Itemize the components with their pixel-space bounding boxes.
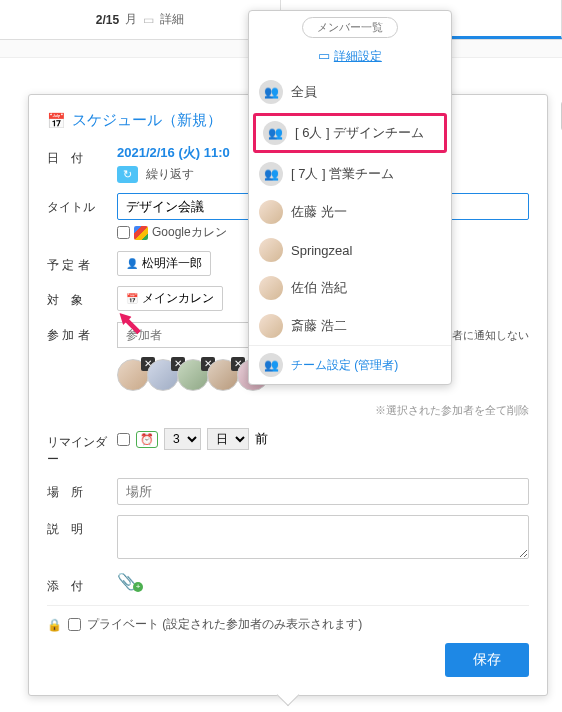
avatar-icon [259, 200, 283, 224]
refresh-icon: ↻ [123, 168, 132, 181]
window-icon: ▭ [318, 48, 330, 63]
reminder-number-select[interactable]: 3 [164, 428, 201, 450]
dropdown-header: メンバー一覧 [249, 11, 451, 44]
dropdown-item-label: 斎藤 浩二 [291, 317, 347, 335]
save-button[interactable]: 保存 [445, 643, 529, 677]
gcal-label: Googleカレン [152, 224, 227, 241]
avatar-icon [259, 276, 283, 300]
repeat-label: 繰り返す [146, 167, 194, 181]
date-tab-left[interactable]: 2/15月 ▭ 詳細 [0, 0, 281, 39]
calendar-icon: 📅 [47, 112, 66, 130]
dropdown-item-label: Springzeal [291, 243, 352, 258]
target-chip[interactable]: 📅 メインカレン [117, 286, 223, 311]
organizer-chip[interactable]: 👤 松明洋一郎 [117, 251, 211, 276]
lock-icon: 🔒 [47, 618, 62, 632]
dropdown-item[interactable]: 佐伯 浩紀 [249, 269, 451, 307]
private-checkbox[interactable] [68, 618, 81, 631]
modal-pointer-icon [277, 684, 300, 707]
label-reminder: リマインダー [47, 428, 117, 468]
remove-all-link[interactable]: ※選択された参加者を全て削除 [117, 403, 529, 418]
avatar-icon [259, 238, 283, 262]
label-location: 場 所 [47, 478, 117, 501]
description-textarea[interactable] [117, 515, 529, 559]
label-organizer: 予 定 者 [47, 251, 117, 274]
group-icon: 👥 [259, 80, 283, 104]
team-icon: 👥 [259, 353, 283, 377]
avatar-icon [259, 314, 283, 338]
google-calendar-icon [134, 226, 148, 240]
dropdown-item[interactable]: 👥[ 7人 ] 営業チーム [249, 155, 451, 193]
person-icon: 👤 [126, 258, 138, 269]
reminder-suffix: 前 [255, 430, 268, 448]
dropdown-item[interactable]: 👥全員 [249, 73, 451, 111]
dropdown-item[interactable]: 👥[ 6人 ] デザインチーム [253, 113, 447, 153]
reminder-unit-select[interactable]: 日 [207, 428, 249, 450]
private-label: プライベート (設定された参加者のみ表示されます) [87, 616, 362, 633]
label-description: 説 明 [47, 515, 117, 538]
repeat-button[interactable]: ↻ [117, 166, 138, 183]
dropdown-item[interactable]: 佐藤 光一 [249, 193, 451, 231]
calendar-small-icon: 📅 [126, 293, 138, 304]
group-icon: 👥 [259, 162, 283, 186]
label-target: 対 象 [47, 286, 117, 309]
label-date: 日 付 [47, 144, 117, 167]
detail-icon: ▭ [143, 13, 154, 27]
dropdown-item[interactable]: Springzeal [249, 231, 451, 269]
dropdown-item-label: [ 6人 ] デザインチーム [295, 124, 424, 142]
dropdown-settings-link[interactable]: ▭ 詳細設定 [249, 44, 451, 73]
label-title: タイトル [47, 193, 117, 216]
label-attachment: 添 付 [47, 572, 117, 595]
dropdown-item[interactable]: 斎藤 浩二 [249, 307, 451, 345]
group-icon: 👥 [263, 121, 287, 145]
reminder-checkbox[interactable] [117, 433, 130, 446]
attachment-icon[interactable]: 📎 [117, 573, 137, 590]
member-dropdown: メンバー一覧 ▭ 詳細設定 👥全員👥[ 6人 ] デザインチーム👥[ 7人 ] … [248, 10, 452, 385]
location-input[interactable] [117, 478, 529, 505]
dropdown-item-label: 佐藤 光一 [291, 203, 347, 221]
label-participants: 参 加 者 [47, 321, 117, 344]
clock-icon: ⏰ [136, 431, 158, 448]
dropdown-footer-link[interactable]: 👥 チーム設定 (管理者) [249, 345, 451, 384]
dropdown-item-label: [ 7人 ] 営業チーム [291, 165, 394, 183]
dropdown-item-label: 佐伯 浩紀 [291, 279, 347, 297]
dropdown-item-label: 全員 [291, 83, 317, 101]
gcal-checkbox[interactable] [117, 226, 130, 239]
